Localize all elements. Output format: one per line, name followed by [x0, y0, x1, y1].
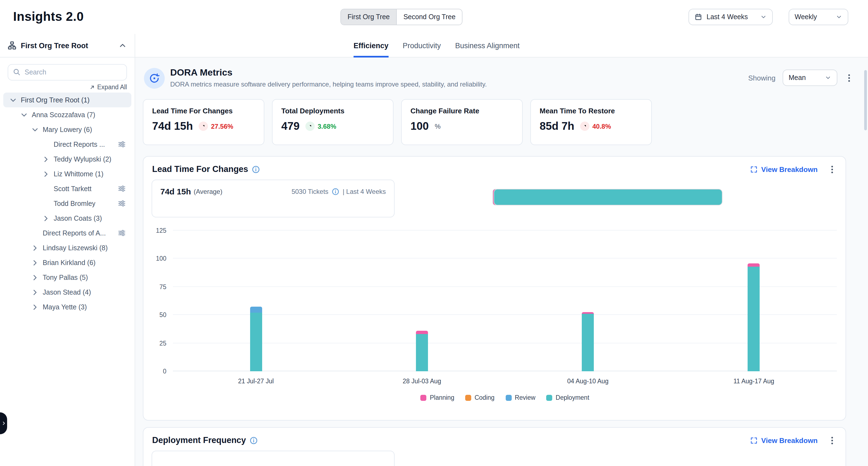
lead-time-chart: 0255075100125	[173, 231, 837, 371]
dora-description: DORA metrics measure software delivery p…	[170, 81, 487, 88]
chevron-down-icon[interactable]	[9, 95, 18, 104]
tree-item[interactable]: Teddy Wylupski (2)	[3, 152, 131, 167]
tree-item[interactable]: Jason Coats (3)	[3, 211, 131, 226]
period-select[interactable]: Last 4 Weeks	[688, 9, 773, 25]
showing-select[interactable]: Mean	[783, 69, 837, 86]
tree-item[interactable]: Mary Lowery (6)	[3, 122, 131, 137]
info-icon[interactable]	[332, 187, 339, 195]
metric-card: Change Failure Rate100%	[401, 99, 523, 145]
legend-label: Review	[515, 394, 535, 401]
chevron-spacer	[41, 184, 50, 193]
legend-label: Deployment	[556, 394, 589, 401]
chevron-right-icon[interactable]	[31, 273, 39, 282]
chevron-right-icon[interactable]	[31, 288, 39, 296]
kebab-menu-icon[interactable]	[828, 165, 837, 174]
org-tree-tab[interactable]: Second Org Tree	[396, 9, 462, 25]
tickets-count: 5030 Tickets	[291, 187, 329, 195]
tree-item[interactable]: Todd Bromley	[3, 196, 131, 211]
metric-card: Mean Time To Restore85d 7h40.8%	[530, 99, 652, 145]
tree-item[interactable]: Maya Yette (3)	[3, 299, 131, 314]
granularity-select[interactable]: Weekly	[788, 9, 848, 25]
tree-item-label: Maya Yette (3)	[43, 303, 87, 311]
chevron-right-icon[interactable]	[31, 243, 39, 252]
filter-icon[interactable]	[118, 184, 126, 193]
dora-title: DORA Metrics	[170, 67, 232, 78]
bar-28-jul-03-aug[interactable]	[416, 331, 428, 371]
legend-item-coding[interactable]: Coding	[465, 394, 494, 401]
sidebar-search	[8, 64, 127, 81]
org-tree: First Org Tree Root (1)Anna Scozzafava (…	[0, 92, 135, 314]
filter-icon[interactable]	[118, 229, 126, 237]
expand-all-row: Expand All	[8, 84, 127, 90]
metric-card-value: 74d 15h	[152, 120, 193, 133]
x-axis-label: 28 Jul-03 Aug	[403, 378, 441, 384]
metric-card-title: Change Failure Rate	[410, 107, 514, 115]
org-tree-tab[interactable]: First Org Tree	[341, 9, 396, 25]
chevron-right-icon[interactable]	[41, 170, 50, 178]
tree-item[interactable]: Liz Whittome (1)	[3, 167, 131, 181]
y-axis-label: 75	[159, 284, 166, 290]
trend-delta: 40.8%	[592, 122, 611, 130]
bar-21-jul-27-jul[interactable]	[250, 307, 262, 371]
search-input[interactable]	[8, 64, 127, 81]
bar-segment-review	[250, 307, 262, 313]
tab-productivity[interactable]: Productivity	[403, 34, 441, 58]
tree-item[interactable]: Jason Stead (4)	[3, 285, 131, 299]
tree-item[interactable]: Direct Reports ...	[3, 137, 131, 152]
main-content: EfficiencyProductivityBusiness Alignment…	[135, 34, 868, 466]
scrollbar-thumb[interactable]	[864, 70, 867, 130]
showing-select-value: Mean	[788, 74, 806, 82]
tree-item-label: Direct Reports ...	[54, 141, 105, 148]
trend-up-arrow-icon	[199, 122, 208, 131]
trend-indicator: 3.68%	[306, 122, 336, 131]
legend-item-review[interactable]: Review	[505, 394, 535, 401]
legend-swatch	[465, 395, 471, 401]
tree-item-label: Teddy Wylupski (2)	[54, 155, 112, 163]
info-icon[interactable]	[252, 165, 260, 173]
chevron-right-icon[interactable]	[41, 214, 50, 223]
view-breakdown-button[interactable]: View Breakdown	[750, 165, 818, 173]
filter-icon[interactable]	[118, 199, 126, 207]
gridline	[173, 286, 837, 287]
tree-item[interactable]: Lindsay Liszewski (8)	[3, 240, 131, 255]
tree-item-label: Mary Lowery (6)	[43, 126, 92, 133]
tree-item[interactable]: First Org Tree Root (1)	[3, 92, 131, 107]
chevron-down-icon[interactable]	[31, 125, 39, 134]
showing-label: Showing	[748, 74, 776, 82]
chevron-down-icon[interactable]	[20, 110, 28, 119]
chevron-right-icon[interactable]	[41, 155, 50, 164]
info-icon[interactable]	[250, 436, 258, 444]
trend-up-arrow-icon	[580, 122, 590, 131]
legend-item-deployment[interactable]: Deployment	[547, 394, 589, 401]
tab-efficiency[interactable]: Efficiency	[353, 34, 389, 58]
app-title: Insights 2.0	[13, 9, 84, 24]
view-breakdown-button[interactable]: View Breakdown	[750, 436, 818, 444]
filter-icon[interactable]	[118, 140, 126, 148]
expand-all-button[interactable]: Expand All	[89, 84, 127, 90]
tree-item[interactable]: Scott Tarkett	[3, 181, 131, 196]
tab-business-alignment[interactable]: Business Alignment	[455, 34, 520, 58]
tree-item[interactable]: Tony Pallas (5)	[3, 270, 131, 285]
kebab-menu-icon[interactable]	[844, 73, 854, 82]
chevron-right-icon[interactable]	[31, 258, 39, 267]
bar-04-aug-10-aug[interactable]	[582, 312, 594, 371]
chevron-right-icon[interactable]	[31, 302, 39, 311]
dora-metrics-header: DORA Metrics DORA metrics measure softwa…	[144, 67, 854, 97]
tree-item-label: Lindsay Liszewski (8)	[43, 244, 108, 252]
tree-item[interactable]: Direct Reports of A...	[3, 226, 131, 240]
bar-11-aug-17-aug[interactable]	[748, 263, 760, 371]
legend-item-planning[interactable]: Planning	[421, 394, 455, 401]
chevron-up-icon[interactable]	[118, 41, 127, 50]
trend-up-arrow-icon	[306, 122, 315, 131]
expand-all-icon	[89, 84, 95, 90]
tree-item-label: Liz Whittome (1)	[54, 170, 103, 178]
metric-card-title: Lead Time For Changes	[152, 107, 255, 115]
lead-time-header: Lead Time For Changes View Breakdown	[152, 164, 837, 174]
gridline	[173, 314, 837, 315]
metric-card-title: Mean Time To Restore	[539, 107, 643, 115]
dora-icon	[144, 68, 165, 89]
tree-item[interactable]: Brian Kirkland (6)	[3, 255, 131, 270]
y-axis-label: 0	[163, 368, 166, 375]
tree-item[interactable]: Anna Scozzafava (7)	[3, 107, 131, 122]
kebab-menu-icon[interactable]	[828, 436, 837, 445]
